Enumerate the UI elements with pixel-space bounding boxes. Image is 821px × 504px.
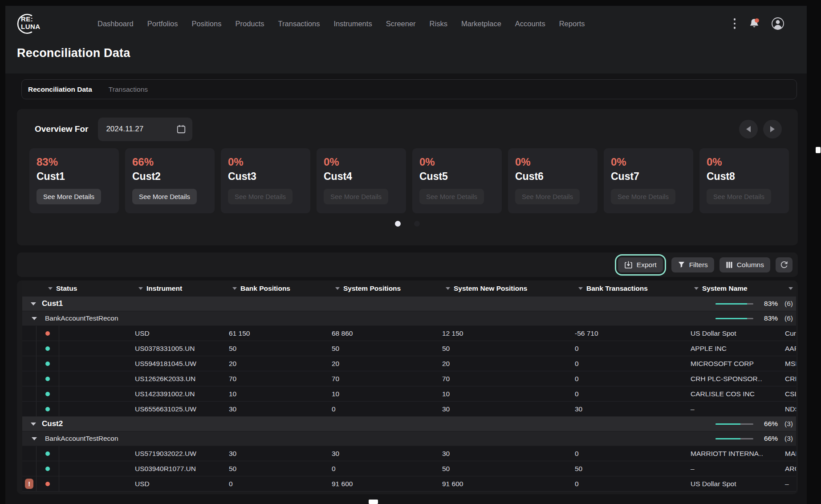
see-more-details-button[interactable]: See More Details (37, 189, 101, 204)
user-avatar-icon[interactable] (771, 17, 784, 30)
nav-item-accounts[interactable]: Accounts (515, 20, 545, 28)
cell-bank-transactions: 50 (553, 465, 668, 473)
table-row-us5719032022-uw[interactable]: US5719032022.UW3030300MARRIOTT INTERNA…M… (22, 446, 796, 461)
filters-button[interactable]: Filters (671, 257, 714, 272)
column-header-system-new-positions: System New Positions (420, 285, 553, 293)
card-customer-name: Cust2 (132, 171, 207, 183)
nav-item-instruments[interactable]: Instruments (333, 20, 372, 28)
nav-item-risks[interactable]: Risks (430, 20, 447, 28)
app-logo[interactable]: RE: LUNA (15, 11, 53, 36)
filter-caret-icon[interactable] (578, 287, 583, 290)
filter-caret-icon[interactable] (48, 287, 53, 290)
nav-item-reports[interactable]: Reports (559, 20, 585, 28)
cell-bank-positions: 20 (207, 360, 309, 368)
overview-section: Overview For 2024.11.27 83%Cust1See More… (17, 109, 798, 245)
table-row-us0378331005-un[interactable]: US0378331005.UN5050500APPLE INCAAPL UN (22, 341, 796, 356)
progress-bar-fill (715, 303, 747, 305)
nav-item-positions[interactable]: Positions (192, 20, 222, 28)
overview-card-cust6: 0%Cust6See More Details (508, 148, 597, 213)
table-row-us12626k2033-un[interactable]: US12626K2033.UN7070700CRH PLC-SPONSOR…CR… (22, 371, 796, 386)
see-more-details-button[interactable]: See More Details (515, 189, 580, 204)
filter-caret-icon[interactable] (232, 287, 237, 290)
collapse-caret-icon[interactable] (31, 302, 36, 305)
nav-item-products[interactable]: Products (235, 20, 264, 28)
notifications-bell-icon[interactable] (748, 18, 760, 29)
carousel-prev-button[interactable] (739, 120, 758, 138)
table-row-usd[interactable]: USD61 15068 86012 150-56 710US Dollar Sp… (22, 326, 796, 341)
refresh-button[interactable] (776, 257, 793, 272)
carousel-dot-2[interactable] (414, 221, 420, 227)
see-more-details-button[interactable]: See More Details (228, 189, 293, 204)
nav-item-screener[interactable]: Screener (386, 20, 416, 28)
table-row-us6556631025-uw[interactable]: US6556631025.UW3003030–NDSN US (22, 402, 796, 417)
collapse-caret-icon[interactable] (32, 437, 37, 440)
cell-bank-name: NDSN US (763, 405, 796, 413)
column-header-label: System Name (702, 285, 748, 293)
nav-item-marketplace[interactable]: Marketplace (461, 20, 501, 28)
account-row-bankaccounttestrecon[interactable]: BankAccountTestRecon83%(6) (22, 311, 796, 326)
cell-bank-positions: 50 (207, 465, 309, 473)
see-more-details-button[interactable]: See More Details (707, 189, 771, 204)
collapse-caret-icon[interactable] (32, 317, 37, 320)
see-more-details-button[interactable]: See More Details (611, 189, 675, 204)
filter-caret-icon[interactable] (446, 287, 450, 290)
see-more-details-button[interactable]: See More Details (132, 189, 197, 204)
group-row-cust1[interactable]: Cust183%(6) (22, 297, 796, 311)
cell-bank-name: AAPL UN (763, 345, 796, 353)
page-title: Reconciliation Data (17, 46, 807, 60)
cell-instrument: USD (113, 480, 207, 488)
carousel-dot-1[interactable] (395, 221, 401, 227)
cell-bank-name: Current a (763, 329, 796, 337)
cell-instrument: US12626K2033.UN (113, 375, 207, 383)
reconciliation-progress: 66%(3) (715, 420, 793, 428)
tab-transactions[interactable]: Transactions (109, 85, 148, 93)
cell-bank-transactions: 0 (553, 480, 668, 488)
card-customer-name: Cust4 (324, 171, 399, 183)
calendar-icon[interactable] (176, 124, 186, 134)
table-row-us03940r1077-un[interactable]: US03940R1077.UN5005050–ARCH RE (22, 461, 796, 476)
filters-label: Filters (689, 261, 708, 269)
cell-bank-name: MSFT US (763, 360, 796, 368)
table-header-row: StatusInstrumentBank PositionsSystem Pos… (22, 280, 796, 297)
account-row-bankaccounttestrecon[interactable]: BankAccountTestRecon66%(3) (22, 431, 796, 446)
status-cell (37, 356, 59, 371)
filter-caret-icon[interactable] (335, 287, 340, 290)
kebab-menu-icon[interactable] (732, 16, 738, 31)
filter-caret-icon[interactable] (788, 287, 793, 290)
columns-button[interactable]: Columns (719, 257, 770, 272)
account-name: BankAccountTestRecon (45, 314, 118, 322)
warning-cell: ! (22, 476, 37, 491)
vertical-scrollbar-thumb[interactable] (816, 147, 821, 153)
export-button[interactable]: Export (618, 257, 663, 272)
nav-item-dashboard[interactable]: Dashboard (98, 20, 134, 28)
card-percentage: 0% (515, 156, 590, 168)
table-row-usd[interactable]: !USD091 60091 6000US Dollar Spot– (22, 476, 796, 492)
nav-item-portfolios[interactable]: Portfolios (147, 20, 178, 28)
reconciliation-table: StatusInstrumentBank PositionsSystem Pos… (17, 280, 798, 494)
cell-system-name: CRH PLC-SPONSOR… (668, 375, 763, 383)
see-more-details-button[interactable]: See More Details (324, 189, 388, 204)
tab-reconciliation-data[interactable]: Reconciliation Data (28, 85, 92, 93)
cell-bank-positions: 30 (207, 405, 309, 413)
horizontal-scrollbar-thumb[interactable] (369, 500, 378, 504)
cell-system-positions: 70 (309, 375, 420, 383)
collapse-caret-icon[interactable] (31, 423, 36, 426)
warning-cell (22, 371, 37, 386)
export-label: Export (637, 261, 657, 269)
see-more-details-button[interactable]: See More Details (419, 189, 484, 204)
overview-card-cust1: 83%Cust1See More Details (29, 148, 119, 213)
refresh-icon (780, 260, 788, 269)
table-row-us1423391002-un[interactable]: US1423391002.UN1010100CARLISLE COS INCCS… (22, 386, 796, 402)
column-header-label: Status (56, 285, 77, 293)
carousel-next-button[interactable] (763, 120, 782, 138)
row-count: (6) (784, 314, 793, 322)
status-ok-dot (45, 407, 50, 411)
cell-bank-transactions: 0 (553, 375, 668, 383)
nav-item-transactions[interactable]: Transactions (278, 20, 320, 28)
overview-date-input[interactable]: 2024.11.27 (98, 118, 192, 141)
overview-date-value: 2024.11.27 (106, 125, 176, 134)
group-row-cust2[interactable]: Cust266%(3) (22, 417, 796, 431)
filter-caret-icon[interactable] (694, 287, 699, 290)
filter-caret-icon[interactable] (138, 287, 143, 290)
table-row-us5949181045-uw[interactable]: US5949181045.UW2020200MICROSOFT CORPMSFT… (22, 356, 796, 371)
